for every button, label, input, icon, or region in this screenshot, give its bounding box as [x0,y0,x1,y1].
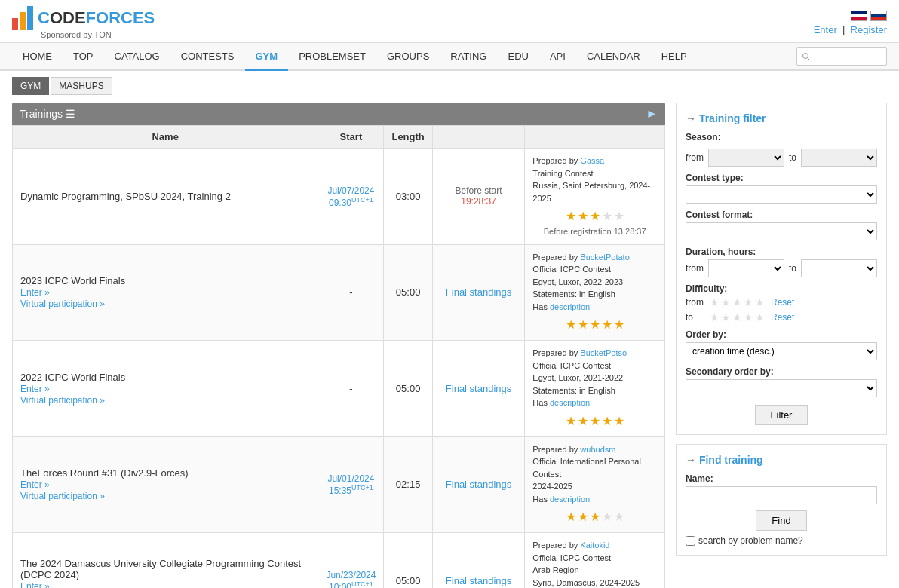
desc-link[interactable]: description [550,398,590,407]
main-content: Trainings ☰ ► Name Start Length Dynamic … [0,95,899,588]
star-icon: ★ [602,412,612,430]
author-link[interactable]: Gassa [580,156,604,165]
author-link[interactable]: BucketPotso [580,348,627,357]
season-from-select[interactable] [708,149,784,167]
trainings-arrow-icon[interactable]: ► [646,107,658,121]
secondary-order-row: Secondary order by: [686,366,877,397]
find-button[interactable]: Find [756,510,806,531]
nav-gym[interactable]: GYM [245,43,289,71]
duration-to-select[interactable] [801,259,877,277]
register-link[interactable]: Register [851,24,887,35]
diff-star-icon[interactable]: ★ [721,311,731,323]
enter-contest-link[interactable]: Enter » [20,479,50,490]
nav-home[interactable]: HOME [12,43,63,69]
duration-from-select[interactable] [708,259,784,277]
order-select[interactable]: creation time (desc.) [686,342,877,360]
length-cell: 05:00 [384,341,432,437]
virtual-participation-link[interactable]: Virtual participation » [20,491,105,501]
order-label: Order by: [686,329,877,340]
nav-calendar[interactable]: CALENDAR [576,43,651,69]
filter-button[interactable]: Filter [755,405,808,425]
diff-star-icon[interactable]: ★ [744,311,753,323]
diff-to-reset[interactable]: Reset [771,312,794,323]
diff-star-icon[interactable]: ★ [710,296,720,308]
diff-star-icon[interactable]: ★ [721,296,731,308]
col-info [525,126,665,149]
enter-contest-link[interactable]: Enter » [20,581,50,588]
contest-format-select[interactable] [686,222,877,240]
right-panel: → Training filter Season: from to Contes… [676,103,887,588]
contest-title: Dynamic Programming, SPbSU 2024, Trainin… [20,191,231,202]
season-to-select[interactable] [801,149,877,167]
order-row: Order by: creation time (desc.) [686,329,877,360]
diff-star-icon[interactable]: ★ [755,296,765,308]
virtual-participation-link[interactable]: Virtual participation » [20,395,105,406]
logo-text: CODEFORCES [38,8,155,28]
star-icon: ★ [590,508,600,526]
enter-contest-link[interactable]: Enter » [20,287,50,298]
nav-top[interactable]: TOP [63,43,104,69]
search-problem-checkbox[interactable] [686,536,695,546]
nav-edu[interactable]: EDU [497,43,538,69]
find-name-row: Name: [686,473,877,504]
start-date-link[interactable]: Jul/01/202415:35UTC+1 [327,473,374,496]
start-date-link[interactable]: Jul/07/202409:30UTC+1 [327,185,374,208]
final-standings-link[interactable]: Final standings [446,479,511,490]
contest-title: TheForces Round #31 (Div2.9-Forces) [20,467,189,479]
nav-contests[interactable]: CONTESTS [170,43,245,69]
diff-star-icon[interactable]: ★ [744,296,753,308]
diff-star-icon[interactable]: ★ [755,311,765,323]
nav-search-area [796,47,887,66]
find-name-input[interactable] [686,486,877,504]
final-standings-link[interactable]: Final standings [446,286,511,298]
contest-type-select[interactable] [686,185,877,204]
stars-row: ★ ★ ★ ★ ★ [532,508,657,526]
final-standings-link[interactable]: Final standings [446,383,511,394]
star-icon: ★ [566,412,576,430]
diff-to-line: to ★ ★ ★ ★ ★ Reset [686,311,877,323]
logo[interactable]: CODEFORCES [12,6,155,30]
final-cell: Final standings [432,244,525,341]
flag-uk-icon[interactable] [851,11,867,21]
duration-from-to: from to [686,259,877,277]
author-link[interactable]: Kaitokid [580,541,609,550]
enter-contest-link[interactable]: Enter » [20,384,50,394]
tab-gym[interactable]: GYM [12,77,49,95]
contest-title: 2023 ICPC World Finals [20,275,125,286]
final-standings-link[interactable]: Final standings [446,575,511,586]
desc-link[interactable]: description [550,495,590,504]
star-empty-icon: ★ [602,207,612,225]
nav-rating[interactable]: RATING [440,43,497,69]
enter-link[interactable]: Enter [814,24,837,35]
star-empty-icon: ★ [602,508,612,526]
bar1-icon [12,18,18,30]
search-input[interactable] [796,47,887,66]
flag-ru-icon[interactable] [870,11,887,21]
status-cell: Before start 19:28:37 [432,149,525,245]
find-check-row: search by problem name? [686,535,877,546]
nav-help[interactable]: HELP [651,43,698,69]
contest-type-row: Contest type: [686,173,877,204]
author-link[interactable]: wuhudsm [580,445,615,454]
start-date-link[interactable]: Jun/23/202410:00UTC+1 [326,570,376,588]
nav-groups[interactable]: GROUPS [376,43,440,69]
nav-problemset[interactable]: PROBLEMSET [288,43,376,69]
virtual-participation-link[interactable]: Virtual participation » [20,299,105,309]
diff-star-icon[interactable]: ★ [710,311,720,323]
stars-row: ★ ★ ★ ★ ★ [532,412,657,430]
diff-from-reset[interactable]: Reset [771,297,794,308]
nav-catalog[interactable]: CATALOG [104,43,170,69]
author-link[interactable]: BucketPotato [580,253,629,262]
secondary-order-select[interactable] [686,379,877,397]
before-start-text: Before start 19:28:37 [440,185,517,207]
final-cell: Final standings [432,436,525,533]
nav-api[interactable]: API [539,43,576,69]
table-row: TheForces Round #31 (Div2.9-Forces) Ente… [13,436,665,533]
diff-star-icon[interactable]: ★ [732,311,742,323]
season-row: Season: [686,132,877,142]
diff-star-icon[interactable]: ★ [732,296,742,308]
contest-type-label: Contest type: [686,173,877,183]
length-cell: 05:00 [384,533,432,589]
tab-mashups[interactable]: MASHUPS [51,77,112,95]
desc-link[interactable]: description [550,302,590,311]
